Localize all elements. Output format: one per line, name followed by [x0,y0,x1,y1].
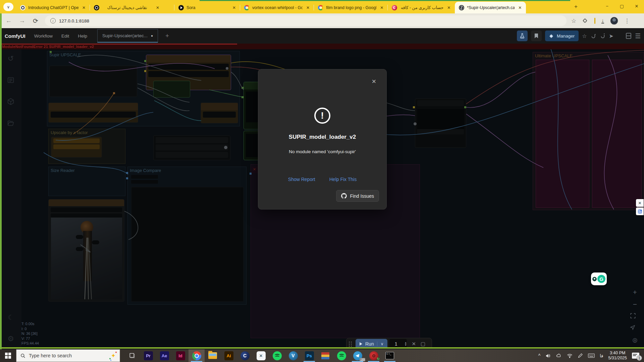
clear-queue-icon[interactable]: ✕ [412,341,416,347]
back-icon[interactable]: ← [2,17,15,24]
taskbar-app-winrar[interactable] [317,349,333,362]
taskbar-app-terminal[interactable]: C:\_ [382,349,398,362]
start-button[interactable] [0,349,16,362]
hamburger-menu-icon[interactable]: ☰ [635,32,641,40]
download-icon[interactable]: ↓ [601,18,604,23]
window-minimize-button[interactable]: − [600,4,614,9]
dialog-close-icon[interactable]: ✕ [372,78,376,85]
edge-widget-close[interactable]: ✕ [636,199,644,207]
notification-center-icon[interactable]: 1 [632,353,639,359]
star-icon[interactable]: ☆ [582,33,587,39]
forward-icon[interactable]: → [15,17,29,24]
taskbar-app-indesign[interactable]: Id [172,349,189,362]
show-report-link[interactable]: Show Report [288,177,315,182]
tab-artcafe[interactable]: حساب کاربری من - کافه آرتک ✕ [388,2,455,13]
browser-tab-bar: ∨ Introducing ChatGPT | OpenAI ✕ نقاشی د… [0,0,644,13]
batch-count-input[interactable]: 1 ▲ ▼ [389,339,407,347]
browser-menu-icon[interactable]: ⋮ [624,17,630,24]
tab-close-icon[interactable]: ✕ [81,5,87,10]
stop-icon[interactable]: ▢ [421,341,425,347]
magnet-right-icon[interactable] [600,33,606,39]
panel-toggle-icon[interactable] [626,33,632,39]
bookmark-star-icon[interactable]: ☆ [571,17,576,24]
window-close-button[interactable]: ✕ [629,4,644,9]
taskbar-clock[interactable]: 3:40 PM 5/31/2025 [608,351,627,361]
menu-workflow[interactable]: Workflow [34,34,53,39]
menu-edit[interactable]: Edit [61,34,69,39]
error-banner[interactable]: ModuleNotFoundError 21 SUPIR_model_loade… [0,44,644,49]
tab-title: حساب کاربری من - کافه آرتک [400,5,443,10]
find-issues-button[interactable]: Find Issues [336,190,379,202]
zoom-in-icon[interactable]: + [630,288,640,296]
taskbar-app-aftereffects[interactable]: Ae [156,349,172,362]
windows-logo-icon [5,353,11,359]
manager-button[interactable]: Manager [545,31,579,41]
workflow-tab[interactable]: Supir-Upscaler(artec... ● [97,29,158,43]
window-maximize-button[interactable]: ▢ [614,4,629,9]
drag-handle[interactable] [349,342,354,347]
run-options-chevron-icon[interactable]: ∨ [377,342,384,346]
run-button[interactable]: Run ∨ [356,339,387,347]
task-view-button[interactable] [124,349,140,362]
grammarly-widget[interactable]: G [591,273,607,285]
taskbar-app-spotify-1[interactable] [269,349,285,362]
onedrive-icon[interactable] [556,353,562,358]
magnet-left-icon[interactable] [590,33,596,39]
reload-icon[interactable]: ⟳ [29,17,42,25]
artcafe-favicon [392,5,397,10]
wifi-icon[interactable] [567,353,573,358]
bookmark-button[interactable] [531,31,542,41]
taskbar-app-vivaldi[interactable]: V [285,349,301,362]
extensions-icon[interactable] [582,18,588,24]
tab-search-button[interactable]: ∨ [3,3,13,11]
edge-widget-instagram[interactable] [636,207,644,215]
github-icon [341,193,347,199]
taskbar-app-cinema4d[interactable]: C [237,349,253,362]
menu-help[interactable]: Help [78,34,87,39]
tab-chatgpt[interactable]: Introducing ChatGPT | OpenAI ✕ [16,2,90,13]
queue-button[interactable] [517,31,528,41]
tab-close-icon[interactable]: ✕ [446,5,451,10]
tab-supir-upscaler-active[interactable]: *Supir-Upscaler(artech.cafe) - C ✕ [455,2,526,13]
toggle-visibility-icon[interactable]: ◎ [630,337,640,344]
tab-close-icon[interactable]: ✕ [517,5,523,10]
profile-avatar[interactable] [610,17,618,25]
openai-favicon [20,5,25,10]
taskbar-app-spotify-2[interactable] [333,349,350,362]
taskbar-app-chrome[interactable] [189,349,205,362]
comfyui-logo[interactable]: ComfyUI [5,33,25,39]
new-workflow-button[interactable]: + [165,32,169,40]
tab-persian-art[interactable]: نقاشی دیجیتال ترسناک ✕ [90,2,174,13]
share-icon[interactable]: ➤ [609,33,613,39]
taskbar-app-photoshop[interactable]: Ps [301,349,317,362]
capture-border-left [0,13,2,349]
taskbar-search[interactable]: Type here to search ✦ [16,349,120,362]
language-indicator[interactable]: فا [600,353,603,358]
site-info-icon[interactable]: i [50,18,56,23]
tab-vortex[interactable]: vortex ocean whirlpool - Googl ✕ [240,2,314,13]
volume-icon[interactable] [545,353,551,358]
select-mode-icon[interactable] [630,325,640,330]
taskbar-app-illustrator[interactable]: Ai [221,349,237,362]
tab-sora[interactable]: Sora ✕ [174,2,240,13]
taskbar-app-explorer[interactable] [205,349,221,362]
tab-close-icon[interactable]: ✕ [305,5,311,10]
taskbar-app-telegram[interactable]: .23 [350,349,366,362]
taskbar-app-x[interactable]: ✕ [253,349,269,362]
taskbar-app-premiere[interactable]: Pr [140,349,156,362]
tab-close-icon[interactable]: ✕ [231,5,237,10]
tab-film-logo[interactable]: film brand logo png - Google S ✕ [314,2,388,13]
touch-keyboard-icon[interactable] [588,353,595,358]
tray-expand-icon[interactable]: ^ [538,353,541,358]
address-bar[interactable]: i 127.0.0.1:8188 [45,15,567,26]
windows-ink-pen-icon[interactable] [578,353,583,358]
taskbar-app-updater[interactable]: ⚙ ↻ [366,349,382,362]
zoom-out-icon[interactable]: − [630,300,640,308]
url-text[interactable]: 127.0.0.1:8188 [59,18,89,23]
count-down-icon[interactable]: ▼ [405,344,407,346]
fit-view-icon[interactable] [630,313,640,319]
tab-close-icon[interactable]: ✕ [155,5,160,10]
tab-close-icon[interactable]: ✕ [379,5,384,10]
help-fix-this-link[interactable]: Help Fix This [329,177,357,182]
new-tab-button[interactable]: + [574,3,578,10]
